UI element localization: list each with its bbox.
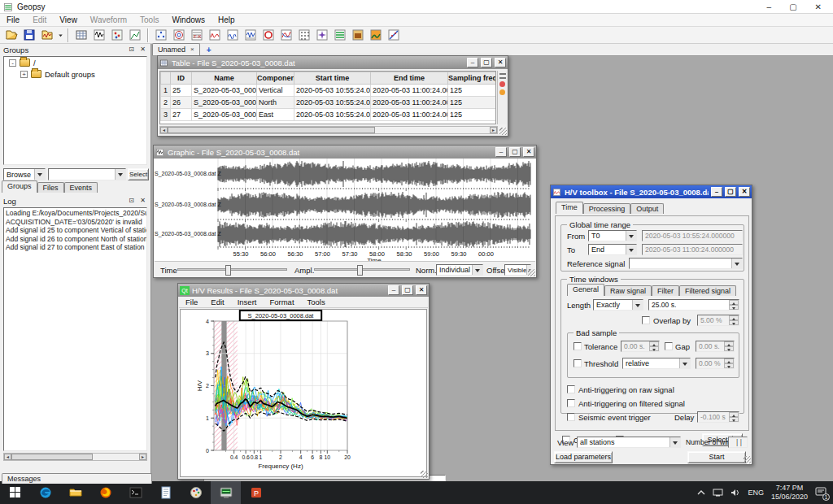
resize-grip[interactable] (421, 471, 428, 478)
select-button[interactable]: Select (128, 168, 149, 180)
table-cell[interactable]: Vertical (257, 85, 294, 97)
log-output[interactable]: Loading E:/koya/Documents/Projects_2020/… (3, 207, 147, 451)
signal-spectrum-icon[interactable] (224, 28, 242, 43)
tree-item-root[interactable]: -/ (4, 57, 146, 68)
group-filter-combo[interactable] (48, 168, 126, 180)
hv-menu-insert[interactable]: Insert (231, 297, 264, 307)
close-button[interactable]: ✕ (495, 58, 506, 67)
save-file-icon[interactable] (20, 28, 38, 43)
table-cell[interactable]: 125 (448, 109, 497, 121)
scrollbar-thumb[interactable] (11, 454, 93, 460)
table-cell[interactable]: 2020-05-03 10:55:24.000000 (294, 97, 371, 109)
normalization-select[interactable]: Individual (436, 264, 483, 276)
threshold-spinner[interactable]: 0.00 % (696, 358, 735, 369)
maximize-button[interactable]: ▢ (789, 2, 796, 11)
table-horizontal-scrollbar[interactable]: ◂ ▸ (159, 126, 498, 134)
table-cell[interactable]: S_2020-05-03_0008.dat (192, 109, 257, 121)
scroll-left-icon[interactable]: ◂ (160, 127, 168, 133)
resize-grip[interactable] (499, 128, 507, 135)
hv-menu-file[interactable]: File (179, 297, 204, 307)
menu-windows[interactable]: Windows (165, 15, 212, 25)
column-header-sampling-frequency[interactable]: Sampling frequency (448, 72, 497, 85)
file-explorer-icon[interactable] (60, 481, 90, 504)
table-row[interactable]: 125S_2020-05-03_0008.datVertical2020-05-… (161, 85, 497, 97)
graphic-window-titlebar[interactable]: Graphic - File S_2020-05-03_0008.dat –▢✕ (154, 146, 536, 159)
network-icon[interactable] (713, 489, 723, 497)
to-mode-select[interactable]: End (588, 244, 637, 255)
length-mode-select[interactable]: Exactly (593, 299, 643, 311)
remove-row-icon[interactable] (499, 81, 505, 87)
table-cell[interactable]: 2020-05-03 11:00:24.000000 (371, 85, 448, 97)
time-windows-tab-raw-signal[interactable]: Raw signal (604, 285, 652, 296)
damping-icon[interactable] (259, 28, 277, 43)
table-columns-icon[interactable] (499, 73, 506, 79)
row-number[interactable]: 2 (161, 97, 171, 109)
resize-grip[interactable] (744, 456, 751, 463)
table-cell[interactable]: 26 (171, 97, 192, 109)
close-button[interactable]: ✕ (739, 187, 750, 197)
document-tab[interactable]: Unamed × (152, 43, 200, 55)
chevron-down-icon[interactable] (632, 300, 643, 310)
waveform-plot-area[interactable]: 55:3056:0056:3057:0057:3058:0058:3059:00… (155, 159, 535, 261)
length-spinner[interactable]: 25.00 s. (648, 299, 739, 311)
row-number[interactable]: 1 (161, 85, 171, 97)
time-windows-tab-general[interactable]: General (567, 284, 604, 296)
open-file-icon[interactable] (2, 28, 20, 43)
anti-triggering-filtered-checkbox[interactable] (567, 399, 575, 407)
amplitude-zoom-slider[interactable] (314, 268, 410, 271)
gap-checkbox[interactable] (665, 342, 673, 350)
minimize-button[interactable]: – (711, 187, 722, 197)
import-signals-icon[interactable] (38, 28, 56, 43)
spin-down-icon[interactable] (729, 305, 739, 310)
reference-signal-select[interactable] (629, 258, 743, 269)
chevron-down-icon[interactable] (626, 245, 636, 254)
close-button[interactable]: ✕ (416, 285, 427, 295)
hv-menu-tools[interactable]: Tools (301, 297, 332, 307)
toolbox-tab-output[interactable]: Output (630, 203, 664, 214)
chevron-down-icon[interactable] (626, 231, 636, 241)
close-button[interactable]: ✕ (523, 147, 534, 157)
menu-waveform[interactable]: Waveform (84, 15, 133, 25)
spectrum-table-icon[interactable]: F-K (188, 28, 206, 43)
new-map-icon[interactable] (108, 28, 126, 43)
table-row[interactable]: 226S_2020-05-03_0008.datNorth2020-05-03 … (161, 97, 497, 109)
tab-events[interactable]: Events (64, 182, 98, 193)
to-time-field[interactable]: 2020-05-03 11:00:24.000000 (642, 244, 743, 255)
correlation-icon[interactable] (242, 28, 259, 43)
table-cell[interactable]: North (257, 97, 294, 109)
table-cell[interactable]: 125 (448, 85, 497, 97)
column-header-component[interactable]: Component (257, 72, 294, 85)
maximize-button[interactable]: ▢ (725, 187, 736, 197)
table-cell[interactable]: S_2020-05-03_0008.dat (192, 85, 257, 97)
seismic-event-trigger-checkbox[interactable] (567, 413, 575, 421)
slider-handle[interactable] (357, 265, 363, 276)
table-cell[interactable]: 2020-05-03 11:00:24.000000 (371, 97, 448, 109)
tfa-icon[interactable] (349, 28, 367, 43)
column-header-end-time[interactable]: End time (371, 72, 448, 85)
table-cell[interactable]: East (257, 109, 294, 121)
slider-handle[interactable] (225, 265, 231, 276)
table-cell[interactable]: S_2020-05-03_0008.dat (192, 97, 257, 109)
groups-tree[interactable]: -/+Default groups (3, 56, 147, 165)
tab-groups[interactable]: Groups (2, 180, 37, 193)
table-cell[interactable]: 2020-05-03 11:00:24.000000 (371, 109, 448, 121)
start-button[interactable] (0, 481, 30, 504)
chevron-down-icon[interactable] (472, 265, 482, 275)
tree-expander-icon[interactable]: + (20, 71, 28, 78)
scroll-left-icon[interactable]: ◂ (4, 454, 11, 460)
notification-icon[interactable]: 1 (815, 487, 826, 498)
minimize-button[interactable]: – (467, 58, 478, 67)
spin-down-icon[interactable] (724, 363, 734, 368)
spin-down-icon[interactable] (729, 417, 739, 422)
minimize-button[interactable]: – (767, 2, 772, 11)
spin-down-icon[interactable] (729, 320, 739, 325)
row-number[interactable]: 3 (161, 109, 171, 121)
from-time-field[interactable]: 2020-05-03 10:55:24.000000 (642, 230, 743, 241)
hv-toolbox-icon[interactable] (206, 28, 224, 43)
scrollbar-thumb[interactable] (168, 127, 375, 133)
log-float-icon[interactable]: ⊡ (127, 197, 136, 206)
column-header-name[interactable]: Name (192, 72, 257, 85)
groups-close-icon[interactable]: ✕ (138, 46, 147, 54)
hv-toolbox-titlebar[interactable]: H/V toolbox - File S_2020-05-03_0008.dat… (551, 185, 752, 198)
tolerance-spinner[interactable]: 0.00 s. (621, 341, 660, 352)
